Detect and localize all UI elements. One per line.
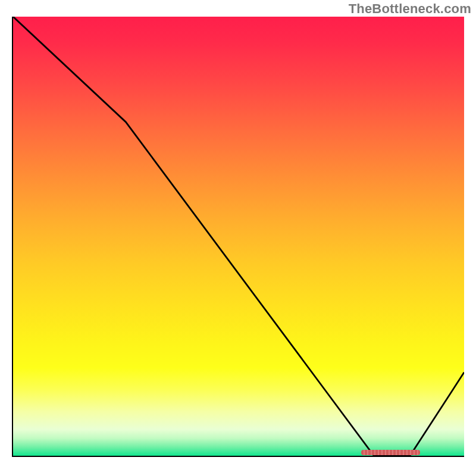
- bottleneck-curve: [13, 17, 464, 456]
- chart-container: TheBottleneck.com: [0, 0, 476, 476]
- watermark-text: TheBottleneck.com: [349, 1, 471, 17]
- optimal-range-marker: [361, 450, 420, 455]
- plot-area: [12, 17, 464, 457]
